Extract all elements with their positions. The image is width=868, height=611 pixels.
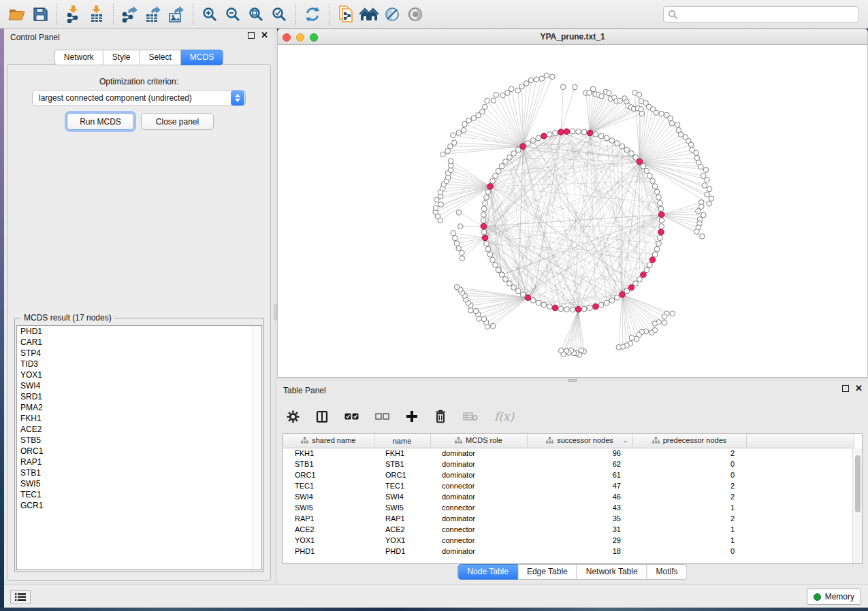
cell-successor-nodes[interactable]: 61: [527, 469, 632, 480]
save-session-icon[interactable]: [29, 3, 52, 25]
graph-leaf-node[interactable]: [694, 229, 700, 235]
graph-leaf-node[interactable]: [669, 121, 675, 127]
graph-node[interactable]: [496, 168, 501, 174]
graph-leaf-node[interactable]: [700, 234, 705, 240]
graph-leaf-node[interactable]: [616, 345, 622, 350]
graph-leaf-node[interactable]: [698, 164, 704, 169]
graph-leaf-node[interactable]: [573, 84, 578, 90]
deselect-all-icon[interactable]: [375, 412, 389, 420]
mcds-result-item[interactable]: FKH1: [17, 413, 261, 424]
mcds-result-item[interactable]: ACE2: [17, 424, 261, 435]
cell-successor-nodes[interactable]: 47: [527, 480, 632, 491]
graph-node[interactable]: [490, 178, 496, 184]
cell-successor-nodes[interactable]: 43: [527, 502, 632, 513]
graph-leaf-node[interactable]: [559, 348, 564, 353]
graph-node[interactable]: [553, 131, 558, 136]
cell-name[interactable]: SWI5: [374, 502, 430, 513]
graph-node[interactable]: [656, 195, 662, 200]
graph-node[interactable]: [541, 302, 547, 308]
graph-leaf-node[interactable]: [468, 308, 474, 314]
table-row[interactable]: FKH1FKH1dominator962: [283, 448, 854, 459]
cell-shared-name[interactable]: TEC1: [283, 480, 374, 491]
mcds-result-item[interactable]: RAP1: [17, 457, 261, 467]
cell-predecessor-nodes[interactable]: 2: [632, 491, 746, 502]
function-builder-icon[interactable]: f(x): [494, 410, 514, 423]
mcds-result-item[interactable]: SRD1: [17, 391, 261, 402]
cell-predecessor-nodes[interactable]: 0: [632, 459, 746, 469]
import-table-icon[interactable]: [85, 3, 108, 25]
network-canvas[interactable]: [277, 45, 868, 378]
cell-shared-name[interactable]: ACE2: [283, 524, 374, 535]
graph-node[interactable]: [530, 298, 536, 303]
table-row[interactable]: ACE2ACE2connector311: [283, 524, 854, 535]
column-header-name[interactable]: name: [374, 434, 430, 448]
graph-leaf-node[interactable]: [438, 202, 444, 208]
cell-mcds-role[interactable]: connector: [430, 502, 527, 513]
graph-dominator-node[interactable]: [593, 303, 599, 310]
graph-dominator-node[interactable]: [487, 184, 494, 190]
run-mcds-button[interactable]: Run MCDS: [67, 113, 134, 130]
columns-icon[interactable]: [316, 410, 328, 423]
graph-node[interactable]: [581, 129, 587, 135]
graph-dominator-node[interactable]: [541, 133, 547, 139]
column-header-shared-name[interactable]: shared name: [283, 434, 374, 448]
mcds-result-item[interactable]: STP4: [17, 348, 261, 359]
graph-leaf-node[interactable]: [705, 178, 710, 183]
cell-name[interactable]: YOX1: [374, 535, 430, 546]
graph-leaf-node[interactable]: [707, 186, 712, 192]
graph-leaf-node[interactable]: [458, 224, 464, 229]
graph-node[interactable]: [564, 307, 570, 312]
graph-leaf-node[interactable]: [550, 74, 556, 80]
graph-leaf-node[interactable]: [649, 330, 654, 335]
graph-dominator-node[interactable]: [481, 223, 487, 229]
task-history-button[interactable]: [10, 590, 31, 604]
graph-node[interactable]: [496, 267, 501, 273]
float-panel-icon[interactable]: [248, 32, 255, 39]
cell-predecessor-nodes[interactable]: 1: [632, 524, 746, 535]
column-header-predecessor-nodes[interactable]: predecessor nodes: [632, 434, 746, 448]
graph-leaf-node[interactable]: [456, 131, 462, 136]
graph-dominator-node[interactable]: [482, 235, 488, 241]
add-column-icon[interactable]: [406, 410, 418, 423]
open-file-icon[interactable]: [5, 3, 29, 25]
mcds-result-item[interactable]: TID3: [17, 359, 261, 369]
graph-leaf-node[interactable]: [599, 93, 605, 99]
graph-node[interactable]: [536, 300, 541, 306]
show-all-networks-icon[interactable]: [357, 3, 381, 25]
cell-mcds-role[interactable]: connector: [430, 480, 527, 491]
zoom-out-icon[interactable]: [221, 3, 244, 25]
graph-leaf-node[interactable]: [534, 77, 539, 82]
table-row[interactable]: SWI5SWI5connector431: [283, 502, 854, 513]
graph-node[interactable]: [637, 277, 643, 282]
graph-leaf-node[interactable]: [480, 110, 485, 115]
cell-name[interactable]: RAP1: [374, 513, 430, 524]
graph-node[interactable]: [547, 304, 552, 310]
mcds-list-scrollbar[interactable]: [252, 326, 261, 569]
graph-node[interactable]: [652, 184, 658, 189]
graph-node[interactable]: [547, 132, 552, 137]
cell-mcds-role[interactable]: dominator: [430, 513, 527, 524]
mcds-result-item[interactable]: ORC1: [17, 446, 261, 457]
tab-network[interactable]: Network: [54, 50, 103, 65]
graph-leaf-node[interactable]: [539, 76, 545, 82]
cell-predecessor-nodes[interactable]: 2: [632, 480, 746, 491]
cell-successor-nodes[interactable]: 62: [527, 459, 632, 469]
export-table-icon[interactable]: [142, 3, 165, 25]
graph-node[interactable]: [659, 224, 664, 229]
table-row[interactable]: ORC1ORC1dominator610: [283, 469, 854, 480]
graph-dominator-node[interactable]: [520, 144, 526, 150]
graph-node[interactable]: [654, 189, 660, 195]
graph-node[interactable]: [493, 174, 498, 179]
graph-node[interactable]: [570, 307, 575, 312]
graph-node[interactable]: [520, 292, 526, 297]
graph-node[interactable]: [485, 246, 491, 252]
graph-node[interactable]: [658, 235, 663, 241]
graph-node[interactable]: [629, 151, 634, 156]
graph-leaf-node[interactable]: [524, 81, 530, 86]
graph-leaf-node[interactable]: [654, 110, 659, 116]
graph-node[interactable]: [659, 218, 664, 223]
cell-successor-nodes[interactable]: 35: [527, 513, 632, 524]
graph-node[interactable]: [658, 201, 663, 206]
cell-shared-name[interactable]: SWI5: [283, 502, 374, 513]
cell-name[interactable]: FKH1: [374, 448, 430, 459]
